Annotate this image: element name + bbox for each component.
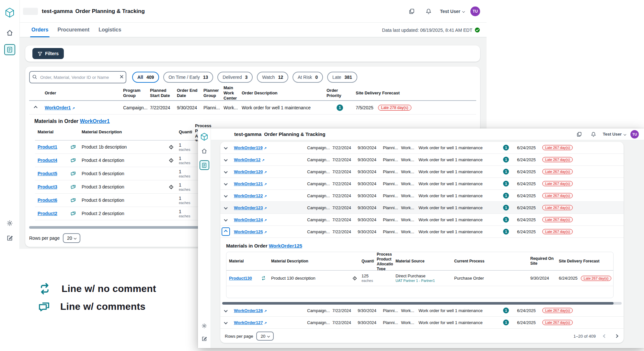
copy-icon[interactable] <box>406 6 417 17</box>
collapse-chevron[interactable] <box>220 227 231 236</box>
work-center-cell: Work... <box>398 205 416 210</box>
sidebar-feedback-button[interactable] <box>200 334 209 344</box>
work-center-cell: Work... <box>398 320 416 325</box>
expand-chevron[interactable] <box>220 194 231 197</box>
sidebar-home-button[interactable] <box>4 27 15 38</box>
order-link[interactable]: WorkOrder126↗ <box>234 308 267 313</box>
app-logo[interactable] <box>4 7 15 18</box>
order-link[interactable]: WorkOrder119↗ <box>234 145 267 150</box>
page-content: WorkOrder119↗ Campaign... 7/22/2024 9/30… <box>211 140 644 348</box>
user-menu[interactable]: Test User <box>440 9 465 14</box>
order-link[interactable]: WorkOrder122↗ <box>234 193 267 198</box>
avatar[interactable]: TU <box>470 6 480 16</box>
copy-icon[interactable] <box>574 129 584 139</box>
quantity-value: 1 <box>179 169 192 174</box>
external-link-icon: ↗ <box>264 230 267 234</box>
expand-chevron[interactable] <box>220 206 231 209</box>
program-group-cell: Campaign... <box>305 320 330 325</box>
order-link[interactable]: WorkOrder1↗ <box>45 105 75 110</box>
sidebar-settings-button[interactable] <box>200 321 209 331</box>
order-link[interactable]: WorkOrder124↗ <box>234 217 267 222</box>
tab[interactable]: Logistics <box>94 23 126 37</box>
previous-page-button[interactable] <box>602 333 607 339</box>
filter-chip[interactable]: All 409 <box>132 72 159 83</box>
order-end-cell: 9/30/2024 <box>355 157 380 162</box>
no-comment-icon[interactable] <box>261 275 266 281</box>
filter-chip[interactable]: Watch 12 <box>257 72 288 83</box>
planned-start-cell: 7/22/2024 <box>330 157 355 162</box>
comments-icon[interactable] <box>70 197 76 203</box>
comments-icon[interactable] <box>70 184 76 190</box>
next-page-button[interactable] <box>614 333 619 339</box>
notifications-bell-icon[interactable] <box>423 6 434 17</box>
material-link[interactable]: Product1 <box>38 144 57 150</box>
late-status-badge: Late 267 day(s) <box>542 205 573 210</box>
notifications-bell-icon[interactable] <box>589 129 598 139</box>
avatar[interactable]: TU <box>630 130 639 139</box>
column-header: Material <box>35 129 79 135</box>
rows-per-page-select[interactable]: 20 <box>63 233 80 243</box>
materials-order-link[interactable]: WorkOrder1 <box>80 118 110 124</box>
expand-chevron[interactable] <box>220 182 231 185</box>
order-link[interactable]: WorkOrder120↗ <box>234 169 267 174</box>
current-process-cell: Purchase Order <box>452 276 528 281</box>
material-link[interactable]: Product6 <box>38 198 57 203</box>
comments-icon[interactable] <box>70 157 76 163</box>
order-link[interactable]: WorkOrder121↗ <box>234 181 267 186</box>
sidebar-settings-button[interactable] <box>4 218 15 229</box>
order-link[interactable]: WorkOrder12↗ <box>234 157 265 162</box>
material-link[interactable]: Product130 <box>229 276 252 281</box>
filter-chip[interactable]: Delivered 3 <box>217 72 253 83</box>
filter-chip[interactable]: Late 381 <box>327 72 357 83</box>
order-row: WorkOrder119↗ Campaign... 7/22/2024 9/30… <box>220 142 624 154</box>
materials-order-link[interactable]: WorkOrder125 <box>269 243 302 248</box>
tab[interactable]: Orders <box>27 23 53 37</box>
program-group-cell: Campaign... <box>305 217 330 222</box>
sidebar-orders-button[interactable] <box>4 44 15 55</box>
column-header: Material Description <box>269 259 359 264</box>
app-logo[interactable] <box>200 132 209 141</box>
tab[interactable]: Procurement <box>53 23 94 37</box>
quantity-uom: eaches <box>179 148 192 152</box>
filter-chip[interactable]: At Risk 0 <box>293 72 323 83</box>
column-header: Material <box>226 259 269 264</box>
sidebar-orders-button[interactable] <box>200 160 209 170</box>
order-link[interactable]: WorkOrder125↗ <box>234 229 267 234</box>
app-name: Order Planning & Tracking <box>75 8 144 15</box>
expand-chevron[interactable] <box>220 309 231 312</box>
material-link[interactable]: Product2 <box>38 211 57 216</box>
expand-chevron[interactable] <box>220 321 231 324</box>
column-header: Planner Group <box>201 88 221 99</box>
chevron-down-icon <box>462 10 465 12</box>
expand-chevron[interactable] <box>220 170 231 173</box>
expand-chevron[interactable] <box>220 218 231 221</box>
quantity-uom: eaches <box>179 161 192 165</box>
order-end-cell: 9/30/2024 <box>355 193 380 198</box>
comments-icon[interactable] <box>70 171 76 176</box>
no-comment-icon <box>38 282 52 296</box>
description-cell: Work order for well 1 maintenance <box>416 193 495 198</box>
sidebar-feedback-button[interactable] <box>4 233 15 244</box>
expand-chevron[interactable] <box>220 146 231 149</box>
user-menu-label: Test User <box>440 9 460 14</box>
order-link[interactable]: WorkOrder123↗ <box>234 205 267 210</box>
sidebar-home-button[interactable] <box>200 146 209 156</box>
material-link[interactable]: Product4 <box>38 158 57 163</box>
comments-icon[interactable] <box>70 144 76 150</box>
rows-per-page-select[interactable]: 20 <box>256 332 274 341</box>
filters-button[interactable]: Filters <box>32 48 64 59</box>
material-link[interactable]: Product5 <box>38 171 57 176</box>
horizontal-scrollbar[interactable] <box>222 302 622 305</box>
user-menu[interactable]: Test User <box>603 132 626 137</box>
order-link[interactable]: WorkOrder127↗ <box>234 320 267 325</box>
late-status-badge: Late 267 day(s) <box>542 217 573 222</box>
collapse-chevron[interactable] <box>29 106 42 109</box>
material-link[interactable]: Product3 <box>38 184 57 189</box>
comments-icon[interactable] <box>70 211 76 216</box>
scrollbar-thumb[interactable] <box>222 302 614 305</box>
search-input[interactable] <box>29 71 126 83</box>
clear-search-icon[interactable] <box>119 74 124 80</box>
material-description-cell: Product 130 description <box>269 276 350 281</box>
filter-chip[interactable]: On Time / Early 13 <box>163 72 213 83</box>
expand-chevron[interactable] <box>220 158 231 161</box>
